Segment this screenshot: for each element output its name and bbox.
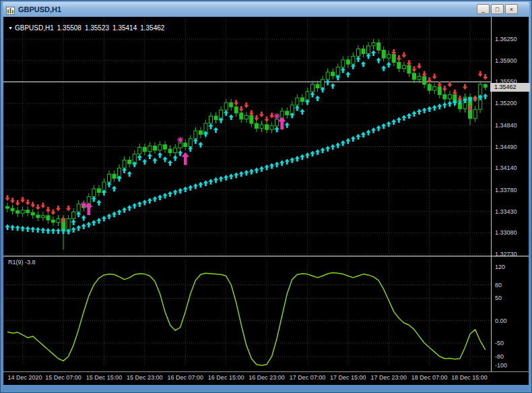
close-icon: × (510, 5, 513, 13)
price-scale-label: 1.34490 (495, 144, 517, 150)
quote-close: 1.35462 (140, 24, 164, 32)
window-controls: _ □ × (475, 4, 518, 14)
price-chart-canvas[interactable] (3, 17, 491, 255)
price-scale-label: 1.33430 (495, 208, 517, 215)
price-scale-label: 1.34140 (495, 164, 517, 171)
restore-icon: □ (496, 5, 499, 13)
restore-button[interactable]: □ (491, 4, 504, 14)
window-titlebar[interactable]: GBPUSD,H1 _ □ × (3, 2, 529, 16)
current-price-tag: 1.35462 (490, 83, 530, 92)
quote-line: ▼GBPUSD,H11.355081.355231.354141.35462 (8, 24, 168, 32)
chart-area: ▼GBPUSD,H11.355081.355231.354141.35462 R… (3, 17, 529, 385)
time-scale-label: 18 Dec 07:00 (409, 374, 451, 381)
price-scale-label: 1.33780 (495, 187, 517, 193)
indicator-scale[interactable]: 12080500.00-50-80-100 (492, 258, 530, 371)
indicator-scale-label: 50 (495, 295, 502, 301)
time-scale-label: 14 Dec 2020 (4, 374, 46, 381)
indicator-scale-label: -50 (495, 340, 504, 346)
time-scale-label: 17 Dec 07:00 (286, 374, 328, 381)
quote-low: 1.35414 (112, 24, 137, 32)
time-scale-label: 16 Dec 07:00 (164, 374, 206, 381)
window-title: GBPUSD,H1 (18, 5, 475, 13)
chart-window: GBPUSD,H1 _ □ × ▼GBPUSD,H11.355081.35523… (0, 0, 532, 393)
indicator-label: R1(9) -3.8 (8, 259, 36, 266)
time-scale-label: 15 Dec 15:00 (83, 374, 125, 381)
close-button[interactable]: × (505, 4, 518, 14)
minimize-button[interactable]: _ (477, 4, 490, 14)
price-scale-label: 1.34840 (495, 122, 517, 129)
price-scale-label: 1.33080 (495, 229, 517, 236)
symbol-dropdown-icon[interactable]: ▼ (8, 26, 13, 30)
time-scale-label: 16 Dec 23:00 (246, 374, 288, 381)
time-scale-label: 17 Dec 23:00 (368, 374, 409, 381)
chart-icon (6, 5, 15, 13)
quote-open: 1.35508 (57, 24, 81, 32)
oscillator-line-layer (7, 273, 486, 365)
quote-symbol: GBPUSD,H1 (15, 24, 54, 32)
indicator-scale-label: 120 (495, 264, 505, 270)
time-axis-separator (3, 371, 529, 372)
price-scale-label: 1.35900 (495, 57, 517, 64)
time-scale-label: 16 Dec 15:00 (205, 374, 247, 381)
time-scale[interactable]: 14 Dec 202015 Dec 07:0015 Dec 15:0015 De… (3, 373, 491, 383)
indicator-scale-label: -80 (495, 353, 504, 360)
time-scale-label: 15 Dec 23:00 (124, 374, 166, 381)
main-grid (3, 18, 491, 254)
price-scale-separator (491, 17, 492, 371)
price-scale-label: 1.36250 (495, 36, 517, 42)
time-scale-label: 15 Dec 07:00 (42, 374, 84, 381)
price-scale-label: 1.35200 (495, 100, 517, 107)
fast-trend-arrows-layer (71, 50, 391, 225)
indicator-scale-label: -100 (495, 362, 507, 369)
indicator-scale-label: 80 (495, 282, 502, 289)
price-scale-label: 1.32730 (495, 251, 517, 258)
main-sub-separator[interactable] (3, 255, 529, 257)
oscillator-canvas[interactable] (3, 258, 491, 371)
indicator-scale-label: 0.00 (495, 318, 507, 324)
minimize-icon: _ (481, 5, 485, 13)
time-scale-label: 17 Dec 15:00 (327, 374, 369, 381)
time-scale-label: 18 Dec 15:00 (448, 374, 490, 381)
quote-high: 1.35523 (85, 24, 109, 32)
sub-grid (3, 260, 491, 365)
price-scale[interactable]: 1.362501.359001.355501.352001.348401.344… (492, 17, 530, 255)
